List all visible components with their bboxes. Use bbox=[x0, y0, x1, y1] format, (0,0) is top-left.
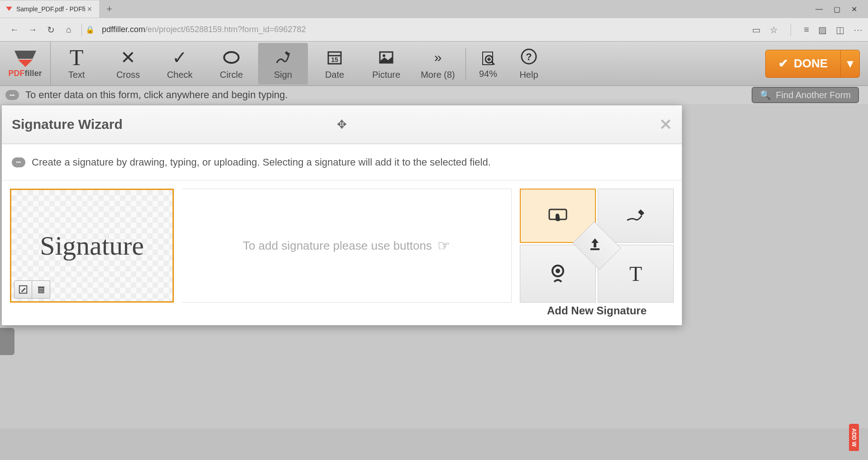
signature-placeholder-area: To add signature please use buttons ☞ bbox=[182, 189, 512, 303]
minimize-icon[interactable]: — bbox=[815, 5, 823, 14]
modal-close-button[interactable]: ✕ bbox=[659, 115, 672, 133]
modal-info-bar: ••• Create a signature by drawing, typin… bbox=[2, 144, 682, 180]
svg-marker-0 bbox=[6, 7, 12, 11]
done-label: DONE bbox=[794, 57, 828, 71]
edit-icon bbox=[18, 285, 28, 294]
reading-view-icon[interactable]: ▭ bbox=[752, 24, 761, 35]
trash-icon bbox=[36, 285, 46, 294]
phone-touch-icon bbox=[547, 207, 569, 225]
svg-point-24 bbox=[556, 269, 560, 273]
svg-marker-1 bbox=[14, 51, 36, 59]
cross-tool-button[interactable]: ✕ Cross bbox=[103, 43, 153, 85]
tab-title: Sample_PDF.pdf - PDFfi bbox=[16, 5, 86, 13]
signature-methods: T Add New Signature bbox=[520, 189, 674, 317]
picture-tool-button[interactable]: Picture bbox=[361, 43, 411, 85]
divider bbox=[82, 24, 82, 36]
maximize-icon[interactable]: ▢ bbox=[834, 5, 840, 14]
draw-pen-icon bbox=[624, 207, 647, 225]
webcam-icon bbox=[549, 264, 567, 284]
zoom-label: 94% bbox=[479, 69, 497, 79]
picture-icon bbox=[377, 47, 395, 68]
find-another-form-button[interactable]: 🔍 Find Another Form bbox=[752, 87, 859, 103]
text-icon: T bbox=[70, 47, 84, 68]
pdffiller-logo[interactable]: PDFfiller bbox=[0, 42, 51, 85]
check-tool-button[interactable]: ✓ Check bbox=[155, 43, 205, 85]
pdffiller-logo-icon bbox=[12, 49, 39, 67]
url-display[interactable]: pdffiller.com/en/project/65288159.htm?fo… bbox=[102, 25, 752, 34]
sign-label: Sign bbox=[274, 70, 292, 80]
window-controls: — ▢ ✕ bbox=[815, 5, 868, 14]
url-host: pdffiller.com bbox=[102, 25, 145, 34]
help-icon: ? bbox=[520, 47, 538, 70]
draw-signature-button[interactable] bbox=[598, 189, 674, 243]
move-handle-icon[interactable]: ✥ bbox=[337, 118, 347, 132]
modal-info-text: Create a signature by drawing, typing, o… bbox=[32, 156, 491, 168]
close-window-icon[interactable]: ✕ bbox=[851, 5, 857, 14]
date-tool-button[interactable]: 15 Date bbox=[310, 43, 360, 85]
pdffiller-favicon-icon bbox=[5, 5, 13, 13]
url-path: /en/project/65288159.htm?form_id=6962782 bbox=[145, 25, 306, 34]
pointing-hand-icon: ☞ bbox=[437, 237, 451, 254]
home-icon[interactable]: ⌂ bbox=[60, 24, 78, 35]
more-tools-button[interactable]: » More (8) bbox=[413, 43, 463, 85]
delete-signature-button[interactable] bbox=[32, 280, 50, 299]
svg-text:15: 15 bbox=[331, 56, 338, 63]
help-label: Help bbox=[519, 70, 538, 80]
logo-text: PDFfiller bbox=[8, 69, 42, 78]
type-text-icon: T bbox=[629, 262, 642, 286]
more-label: More (8) bbox=[421, 70, 455, 80]
more-chevron-icon: » bbox=[434, 47, 442, 68]
signature-actions bbox=[14, 280, 50, 299]
placeholder-text: To add signature please use buttons bbox=[243, 239, 432, 253]
signature-thumbnail[interactable]: Signature bbox=[10, 189, 174, 303]
tab-close-icon[interactable]: × bbox=[86, 5, 94, 14]
more-icon[interactable]: ⋯ bbox=[854, 24, 863, 35]
sign-tool-button[interactable]: Sign bbox=[258, 43, 308, 85]
browser-tab[interactable]: Sample_PDF.pdf - PDFfi × bbox=[0, 0, 99, 18]
text-label: Text bbox=[68, 70, 85, 80]
zoom-icon bbox=[479, 48, 497, 69]
share-icon[interactable]: ◫ bbox=[836, 24, 844, 35]
app-toolbar: PDFfiller T Text ✕ Cross ✓ Check Circle … bbox=[0, 42, 868, 86]
reading-list-icon[interactable]: ≡ bbox=[804, 24, 809, 35]
back-icon[interactable]: ← bbox=[5, 24, 24, 35]
left-panel-toggle[interactable] bbox=[0, 328, 14, 355]
search-icon: 🔍 bbox=[760, 90, 771, 100]
add-widget-tab[interactable]: ADD W bbox=[849, 424, 859, 451]
done-dropdown-caret[interactable]: ▾ bbox=[840, 50, 859, 77]
speech-bubble-icon: ••• bbox=[12, 157, 25, 167]
zoom-button[interactable]: 94% bbox=[468, 43, 508, 85]
check-label: Check bbox=[167, 70, 193, 80]
signature-wizard-modal: Signature Wizard ✥ ✕ ••• Create a signat… bbox=[2, 105, 682, 325]
checkmark-icon: ✔ bbox=[778, 57, 788, 71]
modal-title: Signature Wizard bbox=[12, 117, 123, 132]
speech-bubble-icon: ••• bbox=[5, 90, 19, 100]
favorite-icon[interactable]: ☆ bbox=[770, 24, 778, 35]
text-tool-button[interactable]: T Text bbox=[52, 43, 101, 85]
circle-tool-button[interactable]: Circle bbox=[206, 43, 256, 85]
add-new-signature-label: Add New Signature bbox=[547, 304, 647, 317]
svg-point-3 bbox=[224, 52, 239, 63]
forward-icon[interactable]: → bbox=[24, 24, 42, 35]
help-button[interactable]: ? Help bbox=[508, 43, 549, 85]
edit-signature-button[interactable] bbox=[14, 280, 32, 299]
signature-sample-text: Signature bbox=[40, 230, 144, 261]
address-bar: ← → ↻ ⌂ 🔒 pdffiller.com/en/project/65288… bbox=[0, 18, 868, 42]
new-tab-button[interactable]: + bbox=[99, 3, 120, 15]
refresh-icon[interactable]: ↻ bbox=[42, 24, 60, 35]
modal-header: Signature Wizard ✥ ✕ bbox=[2, 105, 682, 144]
svg-point-8 bbox=[383, 54, 385, 57]
done-button[interactable]: ✔ DONE ▾ bbox=[765, 50, 860, 78]
method-grid: T bbox=[520, 189, 674, 300]
svg-text:?: ? bbox=[526, 51, 532, 62]
lock-icon: 🔒 bbox=[86, 25, 95, 34]
cross-icon: ✕ bbox=[120, 47, 136, 68]
notes-icon[interactable]: ▨ bbox=[818, 24, 827, 35]
date-label: Date bbox=[325, 70, 344, 80]
browser-chrome: Sample_PDF.pdf - PDFfi × + — ▢ ✕ ← → ↻ ⌂… bbox=[0, 0, 868, 42]
hint-bar: ••• To enter data on this form, click an… bbox=[0, 86, 868, 104]
tab-bar: Sample_PDF.pdf - PDFfi × + — ▢ ✕ bbox=[0, 0, 868, 18]
circle-label: Circle bbox=[220, 70, 243, 80]
addr-right: ▭ ☆ ≡ ▨ ◫ ⋯ bbox=[752, 24, 863, 36]
modal-body: Signature To add signature please use bu… bbox=[2, 180, 682, 325]
